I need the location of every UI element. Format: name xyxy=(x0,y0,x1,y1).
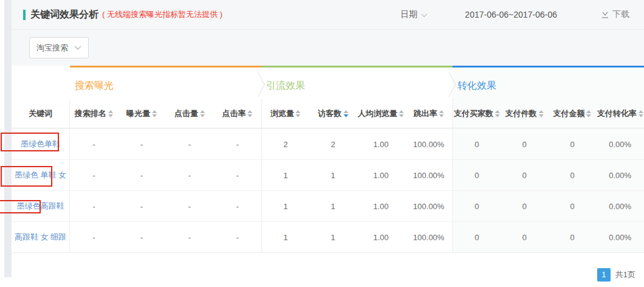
section-title-conversion-effect: 转化效果 xyxy=(452,66,644,99)
table-cell: - xyxy=(165,190,213,221)
table-cell: - xyxy=(165,159,213,190)
table-cell: - xyxy=(70,128,118,159)
table-cell: 100.00% xyxy=(405,128,453,159)
column-header-paid-items[interactable]: 支付件数 xyxy=(500,99,549,128)
sort-icon xyxy=(639,110,643,117)
header-warning-note: ( 无线端搜索曝光指标暂无法提供 ) xyxy=(102,9,223,20)
sort-icon xyxy=(439,110,444,117)
table-cell: - xyxy=(118,159,166,190)
column-header-payment-amount[interactable]: 支付金额 xyxy=(549,99,597,128)
chevron-down-icon xyxy=(74,46,81,50)
table-cell: - xyxy=(165,221,213,252)
table-cell: 0 xyxy=(500,159,549,190)
date-filter-label: 日期 xyxy=(401,9,418,20)
red-highlight-box-row1 xyxy=(1,133,59,151)
channel-select-dropdown[interactable]: 淘宝搜索 xyxy=(29,37,89,58)
table-cell: 0.00% xyxy=(596,221,644,252)
download-label: 下载 xyxy=(612,9,629,20)
section-separator-chevron-icon xyxy=(257,71,265,98)
sort-icon xyxy=(152,110,157,117)
column-header-pageviews[interactable]: 浏览量 xyxy=(261,99,310,128)
sort-icon xyxy=(495,110,500,117)
sort-icon xyxy=(399,110,404,117)
table-cell: 100.00% xyxy=(405,159,453,190)
table-cell: 1 xyxy=(309,159,357,190)
page-title: 关键词效果分析 xyxy=(30,9,99,21)
section-title-traffic-effect: 引流效果 xyxy=(261,66,453,99)
table-cell: 0 xyxy=(452,190,500,221)
download-button[interactable]: 下载 xyxy=(601,9,629,20)
sort-icon xyxy=(200,110,205,117)
table-cell: 0 xyxy=(500,128,549,159)
table-cell: - xyxy=(70,190,118,221)
table-cell: 0 xyxy=(549,221,597,252)
column-header-bounce-rate[interactable]: 跳出率 xyxy=(405,99,453,128)
table-cell: 1 xyxy=(309,221,357,252)
analysis-panel: 关键词效果分析 ( 无线端搜索曝光指标暂无法提供 ) 日期 2017-06-06… xyxy=(12,0,644,287)
column-header-paying-buyers[interactable]: 支付买家数 xyxy=(452,99,500,128)
table-cell: 2 xyxy=(309,128,357,159)
red-highlight-box-row2 xyxy=(1,166,52,187)
sort-icon xyxy=(586,110,591,117)
table-cell: - xyxy=(70,159,118,190)
table-cell: 0 xyxy=(452,159,500,190)
table-cell: 0 xyxy=(452,221,500,252)
table-cell: 0.00% xyxy=(596,190,644,221)
sort-icon xyxy=(296,110,300,117)
table-cell: 1 xyxy=(261,221,310,252)
table-cell: - xyxy=(118,190,166,221)
section-separator-chevron-icon xyxy=(448,71,456,98)
table-cell: - xyxy=(118,128,166,159)
channel-select-value: 淘宝搜索 xyxy=(36,43,68,54)
title-marker xyxy=(23,10,26,20)
sort-icon-active-desc xyxy=(344,110,348,117)
table-cell: 0.00% xyxy=(596,128,644,159)
table-cell: 2 xyxy=(261,128,310,159)
table-cell: - xyxy=(213,128,261,159)
table-footer: 1 共1页 xyxy=(12,253,644,287)
table-cell: 1.00 xyxy=(357,159,405,190)
column-header-keyword: 关键词 xyxy=(12,99,70,128)
sort-icon xyxy=(108,110,113,117)
sort-icon xyxy=(248,110,252,117)
sort-icon xyxy=(539,110,544,117)
column-header-pv-per-visitor[interactable]: 人均浏览量 xyxy=(357,99,405,128)
table-cell: 0 xyxy=(452,128,500,159)
table-cell: 100.00% xyxy=(405,221,453,252)
table-cell: 1 xyxy=(261,190,310,221)
table-cell: 1.00 xyxy=(357,190,405,221)
table-toolbar: 淘宝搜索 xyxy=(12,30,644,66)
table-cell: - xyxy=(213,221,261,252)
section-spacer xyxy=(12,66,70,99)
table-cell: 1 xyxy=(309,190,357,221)
table-cell: 100.00% xyxy=(405,190,453,221)
table-cell: - xyxy=(118,221,166,252)
table-cell: 0 xyxy=(549,159,597,190)
table-cell: - xyxy=(70,221,118,252)
table-cell: - xyxy=(213,159,261,190)
table-cell: 1.00 xyxy=(357,128,405,159)
table-cell: 0 xyxy=(549,190,597,221)
table-cell: 0 xyxy=(549,128,597,159)
table-cell: 0.00% xyxy=(596,159,644,190)
date-filter-dropdown[interactable]: 日期 xyxy=(401,9,428,20)
download-icon xyxy=(601,11,609,19)
column-header-clicks[interactable]: 点击量 xyxy=(165,99,213,128)
keyword-link[interactable]: 高跟鞋 女 细跟 xyxy=(12,221,70,252)
table-cell: 0 xyxy=(500,190,549,221)
section-title-search-exposure: 搜索曝光 xyxy=(70,66,261,99)
table-cell: 0 xyxy=(500,221,549,252)
column-header-search-rank[interactable]: 搜索排名 xyxy=(70,99,118,128)
keyword-table: 搜索曝光 引流效果 转化效果 关键词 搜索排名 曝光量 点击量 点击率 浏览量 … xyxy=(12,66,644,253)
column-header-visitors[interactable]: 访客数 xyxy=(309,99,357,128)
column-header-impressions[interactable]: 曝光量 xyxy=(118,99,166,128)
table-cell: 1 xyxy=(261,159,310,190)
table-cell: - xyxy=(165,128,213,159)
column-header-payment-conversion[interactable]: 支付转化率 xyxy=(596,99,644,128)
column-header-ctr[interactable]: 点击率 xyxy=(213,99,261,128)
pagination-page-1[interactable]: 1 xyxy=(597,268,611,282)
red-highlight-box-row3 xyxy=(0,200,41,213)
date-range-value: 2017-06-06~2017-06-06 xyxy=(465,10,557,19)
pagination-total: 共1页 xyxy=(615,269,635,280)
table-cell: - xyxy=(213,190,261,221)
